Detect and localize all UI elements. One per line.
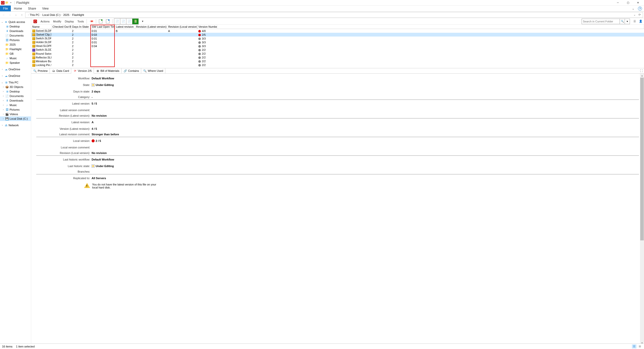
tree-item-quick-access[interactable]: ⌄★Quick access [0, 20, 31, 24]
col-checked-out-by[interactable]: Checked Out By [51, 25, 71, 29]
tree-item-speaker[interactable]: 📁Speaker [0, 60, 31, 65]
nav-back-button[interactable]: ← [1, 12, 7, 18]
tree-item-onedrive[interactable]: ›☁OneDrive [0, 74, 31, 78]
breadcrumb[interactable]: This PC [29, 13, 40, 16]
ribbon: File Home Share View ⌄ ? [0, 6, 644, 12]
search-button[interactable]: 🔍 [620, 19, 625, 24]
get-latest-button[interactable]: 📄 [120, 19, 126, 24]
table-row[interactable]: Locking Pin.S...22/2 [31, 63, 644, 67]
tree-item-downloads[interactable]: ⬇Downloads [0, 29, 31, 33]
filter-icon[interactable]: ☰ [632, 19, 637, 24]
get-version-button[interactable]: 📄 [114, 19, 120, 24]
tab-version[interactable]: ⟳Version 2/5 [71, 68, 94, 74]
filter-dropdown[interactable]: ▾ [140, 19, 146, 24]
tree-item-documents[interactable]: ›📄Documents [0, 94, 31, 98]
breadcrumb[interactable]: Flashlight [72, 13, 85, 16]
tree-item-downloads[interactable]: ›⬇Downloads [0, 98, 31, 103]
table-row[interactable]: Miniature Bul...22/2 [31, 59, 644, 63]
get-button[interactable]: 📄 [126, 19, 132, 24]
col-version-number[interactable]: Version Number [197, 25, 217, 29]
tree-item-desktop[interactable]: ›🖥Desktop [0, 89, 31, 94]
ribbon-tab-view[interactable]: View [39, 6, 52, 11]
breadcrumb[interactable]: Local Disk (C:) [42, 13, 61, 16]
ribbon-tab-share[interactable]: Share [25, 6, 39, 11]
pin-button[interactable]: 📌 [88, 19, 94, 24]
col-sw-last-open[interactable]: SW Last Open Time [91, 25, 115, 29]
col-days-in-state[interactable]: Days In State [71, 25, 91, 29]
user-icon[interactable]: 👤 [638, 19, 643, 24]
close-button[interactable]: ✕ [633, 0, 643, 6]
menu-modify[interactable]: Modify [52, 19, 62, 24]
search-box[interactable]: 🔍 ▾ [582, 19, 630, 24]
ribbon-tab-file[interactable]: File [0, 6, 11, 11]
tree-item-local-disk[interactable]: ›💾Local Disk (C:) [0, 116, 31, 121]
tree-item-documents[interactable]: 📄Documents [0, 33, 31, 38]
view-details-button[interactable]: ☰ [632, 344, 636, 345]
maximize-button[interactable]: ▢ [623, 0, 633, 6]
tab-contains[interactable]: 🔗Contains [122, 68, 141, 73]
tree-item-3d-objects[interactable]: ›📦3D Objects [0, 85, 31, 89]
address-bar[interactable]: › This PC › Local Disk (C:) › 2025 › Fla… [25, 12, 643, 18]
help-button[interactable]: ? [638, 7, 642, 11]
value-local-version: 2 / 5 [92, 139, 639, 142]
tree-item-pictures[interactable]: 🖼Pictures [0, 38, 31, 42]
table-row[interactable]: Holder.SLDPRT20:013/3 [31, 40, 644, 44]
value-revision-local: No revision [92, 151, 639, 154]
detail-scrollbar[interactable]: ▴ ▾ [640, 74, 644, 345]
minimize-button[interactable]: ─ [613, 0, 623, 6]
search-dropdown[interactable]: ▾ [625, 19, 630, 24]
table-row[interactable]: Round Swivel..22/2 [31, 52, 644, 56]
qat-dropdown[interactable]: ▾ [9, 1, 13, 5]
tree-item-this-pc[interactable]: ⌄🖥This PC [0, 80, 31, 85]
part-icon [32, 60, 35, 63]
table-row[interactable]: Reflector.SLD...22/2 [31, 56, 644, 59]
search-input[interactable] [582, 20, 620, 23]
menu-tools[interactable]: Tools [76, 19, 85, 24]
tree-item-onedrive[interactable]: ›☁OneDrive [0, 67, 31, 72]
nav-up-button[interactable]: ↑ [19, 12, 25, 18]
col-name[interactable]: Name [31, 25, 51, 29]
refresh-button[interactable]: ⟳ [637, 13, 642, 17]
view-thumbnails-button[interactable]: ⊞ [637, 344, 642, 345]
vault-icon[interactable] [32, 19, 38, 24]
col-latest-revision[interactable]: Latest revision [115, 25, 135, 29]
folder-icon[interactable]: 📁 [5, 1, 9, 5]
tree-item-desktop[interactable]: 🖥Desktop [0, 24, 31, 29]
menu-display[interactable]: Display [63, 19, 75, 24]
table-row[interactable]: Switch.SLDD...22/2 [31, 48, 644, 52]
tab-bom[interactable]: ⊞Bill of Materials [94, 68, 122, 73]
breadcrumb[interactable]: 2025 [63, 13, 70, 16]
file-list: Name Checked Out By Days In State SW Las… [31, 25, 644, 67]
col-revision-latest[interactable]: Revision (Latest version) [135, 25, 167, 29]
part-icon [32, 56, 35, 59]
ribbon-tab-home[interactable]: Home [11, 6, 25, 11]
tab-preview[interactable]: 🔍Preview [31, 68, 50, 73]
check-out-button[interactable] [98, 19, 104, 24]
menu-actions[interactable]: Actions [39, 19, 51, 24]
tree-item-network[interactable]: ›🖧Network [0, 123, 31, 128]
part-icon [32, 52, 35, 55]
refresh-list-button[interactable]: 📗 [132, 19, 138, 24]
tree-item-music[interactable]: ♪Music [0, 56, 31, 60]
expand-detail-button[interactable]: ⛶ [638, 68, 644, 73]
table-row[interactable]: Swivel Clip.S...20:032/5 [31, 33, 644, 37]
tree-item-2025[interactable]: 📁2025 [0, 42, 31, 47]
table-row[interactable]: Switch.SLDPRT20:013/3 [31, 37, 644, 40]
table-row[interactable]: Head.SLDPRT20:043/3 [31, 44, 644, 48]
tree-item-gb[interactable]: 📁GB [0, 51, 31, 56]
nav-recent-button[interactable]: ⌄ [13, 12, 19, 18]
check-in-button[interactable] [105, 19, 111, 24]
table-row[interactable]: Swivel.SLDPRT20:01BA4/8 [31, 29, 644, 33]
tab-where-used[interactable]: 🔍Where Used [141, 68, 165, 73]
tab-data-card[interactable]: 🗂Data Card [50, 68, 71, 73]
nav-forward-button[interactable]: → [7, 12, 13, 18]
tree-item-music[interactable]: ›♪Music [0, 103, 31, 107]
address-dropdown[interactable]: ⌄ [632, 13, 637, 17]
col-revision-local[interactable]: Revision (Local version) [167, 25, 197, 29]
tree-item-flashlight[interactable]: 📁Flashlight [0, 47, 31, 51]
label-replicated: Replicated to: [36, 177, 92, 180]
label-category: Category: [36, 96, 92, 99]
tree-item-pictures[interactable]: ›🖼Pictures [0, 107, 31, 112]
tree-item-videos[interactable]: ›🎬Videos [0, 112, 31, 116]
ribbon-expand[interactable]: ⌄ [630, 6, 636, 11]
